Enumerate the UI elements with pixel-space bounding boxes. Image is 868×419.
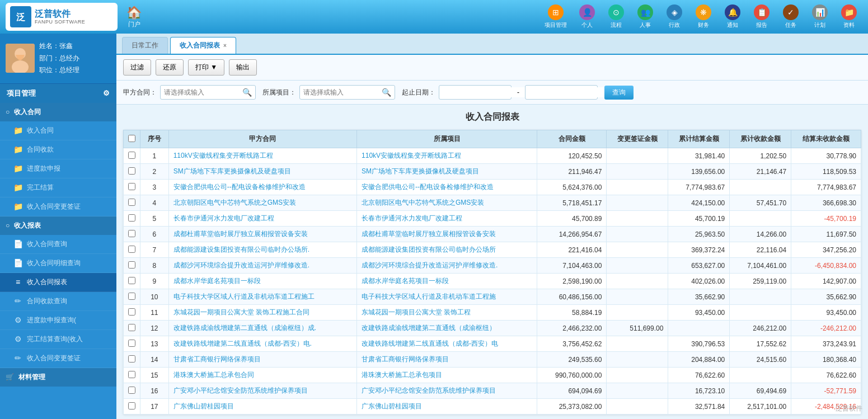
row-checkbox[interactable] — [128, 230, 135, 237]
contract-filter-input-wrapper: 🔍 — [160, 85, 256, 100]
nav-home-button[interactable]: 🏠 门户 — [118, 2, 151, 32]
cell-1-2[interactable]: SM广场地下车库更换摄像机及硬盘项目 — [168, 164, 356, 180]
cell-11-3[interactable]: 改建铁路成渝线增建第二直通线（成渝枢纽） — [357, 321, 537, 336]
nav-icon-人事[interactable]: 👥人事 — [632, 2, 659, 31]
row-checkbox[interactable] — [128, 183, 135, 190]
cell-7-2[interactable]: 成都沙河环境综合提升改造运河护岸维修改造. — [168, 258, 356, 274]
cell-8-2[interactable]: 成都水岸华庭名苑项目一标段 — [168, 274, 356, 289]
nav-icon-财务[interactable]: ❋财务 — [690, 2, 717, 31]
cell-11-2[interactable]: 改建铁路成渝线增建第二直通线（成渝枢纽）成. — [168, 321, 356, 336]
row-checkbox[interactable] — [128, 371, 135, 378]
row-checkbox[interactable] — [128, 355, 135, 362]
sidebar-item-0[interactable]: ○收入合同 — [0, 103, 116, 121]
cell-12-3[interactable]: 改建铁路线增建第二线直通线（成都-西安）电 — [357, 336, 537, 352]
nav-icon-行政[interactable]: ◈行政 — [661, 2, 688, 31]
cell-3-2[interactable]: 北京朝阳区电气中芯特气系统之GMS安装 — [168, 195, 356, 211]
sidebar-item-6[interactable]: ○收入报表 — [0, 216, 116, 235]
nav-icon-通知[interactable]: 🔔通知 — [719, 2, 746, 31]
row-checkbox[interactable] — [128, 387, 135, 394]
cell-0-3[interactable]: 110kV安徽线程集变开断线路工程 — [357, 148, 537, 164]
sidebar-section-title[interactable]: 项目管理 ⚙ — [0, 84, 116, 103]
sidebar-item-9[interactable]: ≡收入合同报表 — [0, 273, 116, 292]
nav-icon-计划[interactable]: 📊计划 — [806, 2, 833, 31]
row-checkbox[interactable] — [128, 199, 135, 206]
cell-9-3[interactable]: 电子科技大学区域人行道及非机动车道工程施 — [357, 289, 537, 305]
nav-icon-项目管理[interactable]: ⊞项目管理 — [540, 2, 571, 31]
cell-2-2[interactable]: 安徽合肥供电公司--配电设备检修维护和改造 — [168, 180, 356, 195]
cell-12-2[interactable]: 改建铁路线增建第二线直通线（成都-西安）电. — [168, 336, 356, 352]
cell-6-7: 22,116.04 — [730, 242, 791, 258]
filter-button[interactable]: 过滤 — [123, 59, 151, 76]
cell-6-3[interactable]: 成都能源建设集团投资有限公司临时办公场所 — [357, 242, 537, 258]
contract-search-icon[interactable]: 🔍 — [239, 88, 255, 97]
row-checkbox[interactable] — [128, 340, 135, 347]
row-checkbox[interactable] — [128, 308, 135, 316]
query-button[interactable]: 查询 — [604, 86, 634, 100]
cell-10-2[interactable]: 东城花园一期项目公寓大堂 装饰工程施工合同 — [168, 305, 356, 321]
row-checkbox[interactable] — [128, 324, 135, 331]
sidebar-item-10[interactable]: ✏合同收款查询 — [0, 292, 116, 311]
nav-icon-流程[interactable]: ⊙流程 — [603, 2, 630, 31]
sidebar-item-3[interactable]: 📁进度款申报 — [0, 159, 116, 178]
cell-5-3[interactable]: 成都杜甫草堂临时展厅独立展相报管设备安装 — [357, 227, 537, 242]
nav-icon-任务[interactable]: ✓任务 — [777, 2, 804, 31]
settings-icon[interactable]: ⚙ — [103, 89, 110, 97]
cell-16-3[interactable]: 广东佛山碧桂园项目 — [357, 399, 537, 415]
cell-15-2[interactable]: 广安邓小平纪念馆安全防范系统维护保养项目 — [168, 383, 356, 399]
sidebar-item-14[interactable]: 🛒材料管理 — [0, 368, 116, 387]
cell-6-2[interactable]: 成都能源建设集团投资有限公司临时办公场所. — [168, 242, 356, 258]
contract-input[interactable] — [161, 87, 239, 97]
sidebar-item-4[interactable]: 📁完工结算 — [0, 178, 116, 197]
row-checkbox[interactable] — [128, 402, 135, 409]
cell-4-2[interactable]: 长春市伊通河水力发电厂改建工程 — [168, 211, 356, 227]
tab-1[interactable]: 收入合同报表× — [170, 37, 236, 54]
cell-9-2[interactable]: 电子科技大学区域人行道及非机动车道工程施工 — [168, 289, 356, 305]
project-search-icon[interactable]: 🔍 — [378, 88, 395, 97]
row-checkbox[interactable] — [128, 293, 135, 300]
print-button[interactable]: 打印 ▼ — [188, 59, 224, 76]
tab-close-1[interactable]: × — [223, 43, 227, 49]
cell-2-3[interactable]: 安徽合肥供电公司--配电设备检修维护和改造 — [357, 180, 537, 195]
row-checkbox[interactable] — [128, 152, 135, 159]
sidebar-item-2[interactable]: 📁合同收款 — [0, 140, 116, 159]
nav-icon-报告[interactable]: 📋报告 — [748, 2, 775, 31]
project-input[interactable] — [300, 87, 378, 97]
cell-13-2[interactable]: 甘肃省工商银行网络保养项目 — [168, 352, 356, 368]
row-checkbox[interactable] — [128, 261, 135, 269]
sidebar-item-5[interactable]: 📁收入合同变更签证 — [0, 197, 116, 216]
sidebar-item-8[interactable]: 📄收入合同明细查询 — [0, 254, 116, 273]
sidebar-item-12[interactable]: ⚙完工结算查询(收入 — [0, 330, 116, 349]
cell-7-3[interactable]: 成都沙河环境综合提升改造运河护岸维修改造. — [357, 258, 537, 274]
reset-button[interactable]: 还原 — [156, 59, 184, 76]
date-start-input[interactable] — [439, 87, 530, 97]
sidebar-item-11[interactable]: ⚙进度款申报查询( — [0, 311, 116, 330]
cell-8-3[interactable]: 成都水岸华庭名苑项目一标段 — [357, 274, 537, 289]
row-checkbox[interactable] — [128, 246, 135, 253]
row-checkbox[interactable] — [128, 214, 135, 222]
tab-0[interactable]: 日常工作 — [122, 37, 168, 54]
cell-4-3[interactable]: 长春市伊通河水力发电厂改建工程 — [357, 211, 537, 227]
cell-0-8: 30,778.90 — [791, 148, 861, 164]
cell-10-3[interactable]: 东城花园一期项目公寓大堂 装饰工程 — [357, 305, 537, 321]
row-checkbox[interactable] — [128, 277, 135, 284]
cell-14-2[interactable]: 港珠澳大桥施工总承包合同 — [168, 368, 356, 383]
select-all-checkbox[interactable] — [128, 135, 135, 142]
logo-area: 泛 泛普软件 FANPU SOFTWARE — [6, 3, 118, 31]
export-button[interactable]: 输出 — [229, 59, 257, 76]
sidebar-item-7[interactable]: 📄收入合同查询 — [0, 235, 116, 254]
sidebar-item-13[interactable]: ✏收入合同变更签证 — [0, 349, 116, 368]
cell-5-2[interactable]: 成都杜甫草堂临时展厅独立展相报管设备安装 — [168, 227, 356, 242]
date-end-input[interactable] — [526, 87, 616, 97]
cell-14-3[interactable]: 港珠澳大桥施工总承包项目 — [357, 368, 537, 383]
sidebar-item-1[interactable]: 📁收入合同 — [0, 121, 116, 140]
nav-icon-个人[interactable]: 👤个人 — [574, 2, 600, 31]
nav-icon-资料[interactable]: 📁资料 — [836, 2, 862, 31]
cell-1-3[interactable]: SM广场地下车库更换摄像机及硬盘项目 — [357, 164, 537, 180]
cell-11-6 — [668, 321, 730, 336]
cell-3-3[interactable]: 北京朝阳区电气中芯特气系统之GMS安装 — [357, 195, 537, 211]
row-checkbox[interactable] — [128, 167, 135, 175]
cell-16-2[interactable]: 广东佛山碧桂园项目 — [168, 399, 356, 415]
cell-15-3[interactable]: 广安邓小平纪念馆安全防范系统维护保养项目 — [357, 383, 537, 399]
cell-13-3[interactable]: 甘肃省工商银行网络保养项目 — [357, 352, 537, 368]
cell-0-2[interactable]: 110kV安徽线程集变开断线路工程 — [168, 148, 356, 164]
